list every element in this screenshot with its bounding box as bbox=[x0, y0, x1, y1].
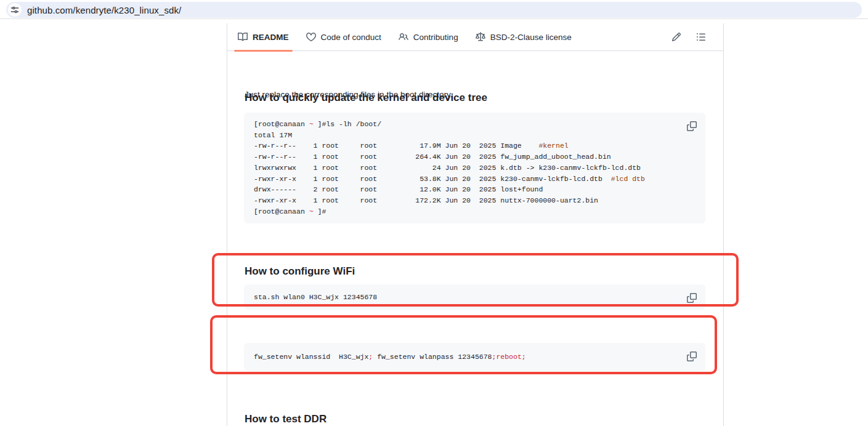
code-block-sta-command: sta.sh wlan0 H3C_wjx 12345678 bbox=[244, 284, 705, 310]
section-heading-wifi: How to configure WiFi bbox=[245, 265, 355, 278]
paragraph-boot: Just replace the corresponding files in … bbox=[245, 88, 452, 101]
readme-tab-bar: README Code of conduct Contributing BSD-… bbox=[227, 23, 723, 51]
browser-toolbar: github.com/kendryte/k230_linux_sdk/ bbox=[0, 0, 868, 19]
copy-icon bbox=[687, 352, 697, 361]
code-of-conduct-icon bbox=[306, 32, 316, 42]
code-block-fw-setenv: fw_setenv wlanssid H3C_wjx; fw_setenv wl… bbox=[244, 343, 705, 371]
tune-icon bbox=[10, 6, 19, 14]
tab-code-of-conduct[interactable]: Code of conduct bbox=[301, 23, 386, 50]
readme-panel: README Code of conduct Contributing BSD-… bbox=[227, 23, 724, 426]
outline-button[interactable] bbox=[695, 31, 707, 43]
book-icon bbox=[238, 32, 248, 42]
edit-readme-button[interactable] bbox=[670, 31, 683, 43]
code-text-sta-command: sta.sh wlan0 H3C_wjx 12345678 bbox=[244, 284, 705, 310]
address-bar[interactable]: github.com/kendryte/k230_linux_sdk/ bbox=[6, 2, 862, 18]
copy-button[interactable] bbox=[683, 348, 700, 365]
pencil-icon bbox=[671, 32, 681, 42]
copy-button[interactable] bbox=[683, 118, 700, 135]
tab-label: README bbox=[253, 33, 289, 42]
copy-icon bbox=[687, 121, 697, 131]
site-info-button[interactable] bbox=[8, 3, 22, 17]
list-unordered-icon bbox=[696, 32, 706, 42]
tab-label: Contributing bbox=[413, 33, 458, 42]
tab-license[interactable]: BSD-2-Clause license bbox=[471, 23, 577, 50]
code-text-fw-setenv: fw_setenv wlanssid H3C_wjx; fw_setenv wl… bbox=[244, 343, 705, 371]
tab-label: BSD-2-Clause license bbox=[490, 33, 572, 42]
tab-label: Code of conduct bbox=[321, 33, 381, 42]
code-text-boot-listing: [root@canaan ~ ]#ls -lh /boot/total 17M-… bbox=[244, 113, 705, 223]
readme-content: How to quickly update the kernel and dev… bbox=[227, 51, 723, 426]
readme-actions bbox=[670, 31, 723, 43]
code-block-boot-listing: [root@canaan ~ ]#ls -lh /boot/total 17M-… bbox=[244, 113, 705, 223]
tab-contributing[interactable]: Contributing bbox=[394, 23, 463, 50]
copy-icon bbox=[687, 293, 697, 303]
copy-button[interactable] bbox=[683, 289, 700, 307]
law-icon bbox=[476, 32, 485, 42]
people-icon bbox=[399, 32, 408, 42]
tab-readme[interactable]: README bbox=[233, 23, 294, 50]
url-text[interactable]: github.com/kendryte/k230_linux_sdk/ bbox=[27, 5, 181, 15]
section-heading-ddr: How to test DDR bbox=[245, 413, 327, 425]
